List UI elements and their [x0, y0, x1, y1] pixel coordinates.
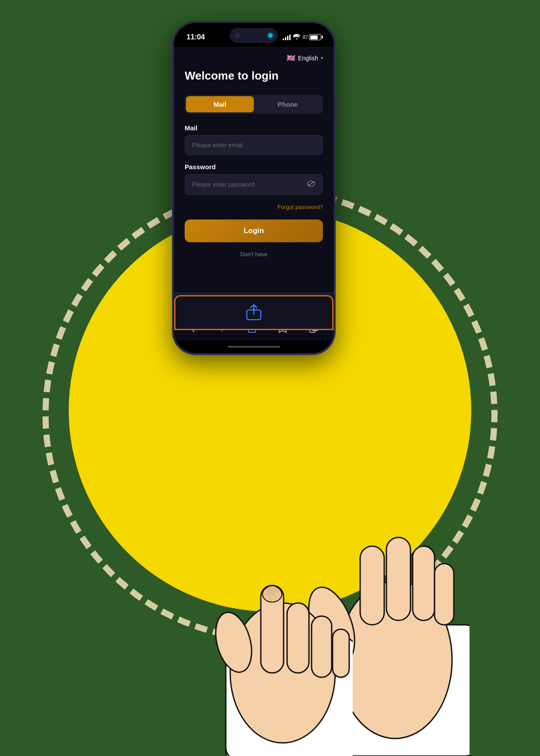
password-toggle-icon[interactable]	[307, 181, 316, 188]
password-input-field[interactable]: Please enter password	[185, 174, 323, 195]
dynamic-island	[230, 28, 278, 43]
share-icon	[245, 304, 263, 321]
login-tab-switcher: Mail Phone	[185, 95, 323, 114]
tab-phone-button[interactable]: Phone	[254, 96, 322, 112]
language-flag-icon: 🇬🇧	[287, 54, 295, 62]
share-popup[interactable]	[174, 295, 333, 330]
chevron-down-icon: ▾	[321, 56, 323, 60]
dont-have-text: Don't have	[240, 251, 267, 258]
language-selector-button[interactable]: 🇬🇧 English ▾	[287, 54, 323, 62]
signal-bars-icon	[283, 34, 291, 40]
svg-rect-15	[226, 638, 353, 756]
forgot-password-container: Forgot password?	[185, 203, 323, 211]
share-icon-container	[245, 304, 263, 321]
app-content: 🇬🇧 English ▾ Welcome to login Mail Phone…	[174, 47, 333, 293]
svg-rect-1	[338, 625, 470, 756]
svg-rect-21	[333, 629, 349, 677]
phone-device: 11:04 87	[173, 22, 335, 354]
status-icons: 87	[283, 34, 321, 41]
battery-indicator: 87	[303, 34, 321, 40]
tab-mail-button[interactable]: Mail	[186, 96, 254, 112]
language-label: English	[298, 55, 318, 62]
signal-bar-1	[283, 38, 284, 40]
password-placeholder: Please enter password	[192, 181, 254, 188]
mail-form-group: Mail Please enter email	[185, 124, 323, 155]
island-sensor	[268, 33, 273, 38]
svg-rect-7	[435, 564, 454, 625]
login-button[interactable]: Login	[185, 219, 323, 242]
password-label: Password	[185, 163, 323, 171]
battery-percent: 87	[303, 35, 308, 40]
home-bar	[228, 346, 280, 348]
phone-screen: 11:04 87	[174, 23, 333, 353]
signal-bar-4	[289, 35, 291, 40]
signal-bar-3	[287, 36, 288, 40]
phone-outer-shell: 11:04 87	[173, 22, 335, 354]
svg-point-0	[338, 712, 470, 756]
home-indicator	[174, 341, 333, 353]
mail-label: Mail	[185, 124, 323, 132]
mail-input-field[interactable]: Please enter email	[185, 135, 323, 155]
forgot-password-link[interactable]: Forgot password?	[277, 204, 323, 210]
battery-icon	[309, 34, 321, 40]
battery-fill	[310, 35, 318, 39]
password-form-group: Password Please enter password	[185, 163, 323, 195]
status-time: 11:04	[186, 33, 205, 42]
wifi-icon	[293, 34, 300, 41]
welcome-title: Welcome to login	[185, 69, 323, 83]
island-camera	[235, 33, 240, 38]
signal-bar-2	[285, 37, 286, 40]
language-selector-container: 🇬🇧 English ▾	[185, 54, 323, 62]
register-prompt: Don't have	[185, 251, 323, 258]
svg-point-14	[226, 721, 353, 756]
mail-placeholder: Please enter email	[192, 142, 243, 149]
